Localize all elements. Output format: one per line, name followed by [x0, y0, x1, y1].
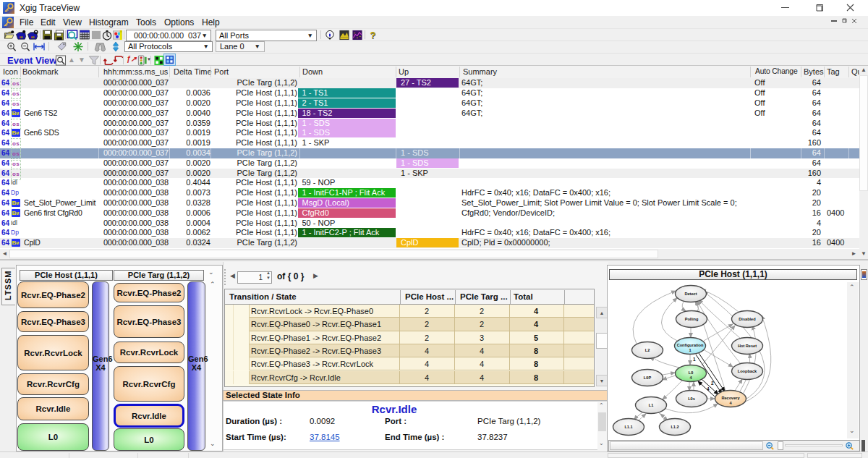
- svg-text:Loopback: Loopback: [738, 369, 757, 373]
- svg-text:Detect: Detect: [684, 292, 697, 296]
- svg-text:L0s: L0s: [688, 396, 695, 401]
- svg-text:1: 1: [693, 357, 696, 362]
- svg-text:Polling: Polling: [685, 317, 699, 321]
- svg-text:L1: L1: [649, 403, 654, 407]
- svg-text:L0P: L0P: [644, 376, 652, 380]
- svg-text:2: 2: [711, 381, 714, 386]
- svg-text:Hot Reset: Hot Reset: [738, 344, 757, 348]
- svg-text:L1.1: L1.1: [624, 425, 632, 429]
- svg-text:L1.2: L1.2: [671, 425, 678, 429]
- svg-text:Configuration: Configuration: [677, 343, 704, 347]
- svg-text:L0: L0: [689, 370, 694, 375]
- svg-text:L2: L2: [645, 348, 650, 352]
- svg-text:Recovery: Recovery: [721, 396, 740, 400]
- svg-text:1: 1: [689, 348, 691, 352]
- svg-text:4: 4: [707, 386, 710, 391]
- svg-text:Disabled: Disabled: [739, 317, 756, 321]
